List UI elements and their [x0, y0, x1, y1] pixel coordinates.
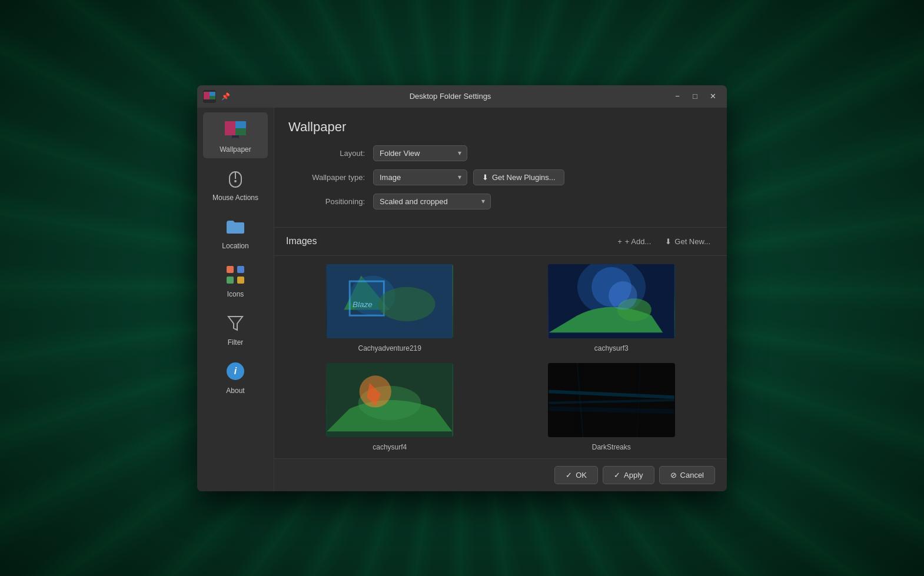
icons-grid-icon: [224, 263, 247, 287]
svg-point-13: [234, 180, 237, 182]
window-controls: − □ ✕: [669, 90, 721, 103]
get-new-button[interactable]: ⬇ Get New...: [660, 235, 715, 248]
wallpaper-type-row: Wallpaper type: Image Color Slideshow ⬇ …: [288, 169, 713, 185]
images-actions: + + Add... ⬇ Get New...: [613, 235, 715, 248]
sidebar-label-mouse-actions: Mouse Actions: [212, 194, 258, 202]
cancel-button[interactable]: ⊘ Cancel: [659, 466, 715, 484]
image-grid: Blaze Cachyadventure219: [284, 263, 717, 451]
apply-button[interactable]: ✓ Apply: [603, 466, 654, 484]
wallpaper-type-label: Wallpaper type:: [288, 173, 365, 182]
svg-rect-10: [230, 138, 241, 139]
image-thumb-cachysurf4: [325, 362, 454, 438]
content-title: Wallpaper: [288, 119, 713, 135]
image-label-cachysurf3: cachysurf3: [594, 344, 629, 352]
image-grid-wrapper: Blaze Cachyadventure219: [274, 256, 727, 458]
mouse-icon: [224, 167, 247, 190]
download-get-icon: ⬇: [665, 237, 672, 246]
add-image-button[interactable]: + + Add...: [613, 235, 656, 248]
title-bar: 📌 Desktop Folder Settings − □ ✕: [197, 85, 727, 108]
ok-check-icon: ✓: [566, 471, 572, 480]
sidebar-item-filter[interactable]: Filter: [203, 305, 268, 351]
sidebar-item-icons[interactable]: Icons: [203, 257, 268, 303]
svg-rect-16: [227, 277, 234, 284]
positioning-row: Positioning: Scaled and cropped Scaled C…: [288, 194, 713, 209]
thumb-bg-cachysurf4: [326, 363, 453, 437]
svg-point-23: [378, 287, 436, 321]
image-item-cachysurf3[interactable]: cachysurf3: [506, 263, 718, 352]
image-thumb-darkstreaks: [547, 362, 676, 438]
get-plugins-label: Get New Plugins...: [492, 173, 556, 182]
dialog-footer: ✓ OK ✓ Apply ⊘ Cancel: [274, 458, 727, 491]
layout-row: Layout: Folder View Desktop Split: [288, 145, 713, 161]
add-label: + Add...: [625, 237, 651, 246]
ok-label: OK: [576, 471, 587, 480]
main-content: Wallpaper Mouse Actions: [197, 108, 727, 491]
image-thumb-cachysurf3: [547, 263, 676, 339]
app-icon: [203, 90, 216, 103]
image-item-darkstreaks[interactable]: DarkStreaks: [506, 362, 718, 451]
cancel-label: Cancel: [680, 471, 704, 480]
svg-rect-4: [210, 96, 215, 99]
get-new-plugins-button[interactable]: ⬇ Get New Plugins...: [473, 169, 564, 185]
thumb-bg-cachysurf3: [548, 264, 675, 338]
image-label-cachyadventure219: Cachyadventure219: [358, 344, 421, 352]
wallpaper-type-select[interactable]: Image Color Slideshow: [373, 169, 467, 185]
svg-text:Blaze: Blaze: [353, 299, 373, 308]
info-icon: i: [227, 362, 244, 380]
svg-rect-3: [210, 92, 215, 96]
download-icon: ⬇: [482, 173, 488, 182]
dialog-title: Desktop Folder Settings: [231, 92, 669, 101]
sidebar-item-location[interactable]: Location: [203, 209, 268, 255]
images-section: Images + + Add... ⬇ Get New...: [274, 228, 727, 458]
ok-button[interactable]: ✓ OK: [554, 466, 598, 484]
layout-label: Layout:: [288, 149, 365, 158]
add-icon: +: [617, 237, 622, 246]
svg-rect-15: [237, 266, 244, 273]
image-item-cachyadventure219[interactable]: Blaze Cachyadventure219: [284, 263, 496, 352]
minimize-button[interactable]: −: [669, 90, 686, 103]
image-label-darkstreaks: DarkStreaks: [592, 443, 631, 451]
cancel-sym-icon: ⊘: [670, 471, 677, 480]
image-item-cachysurf4[interactable]: cachysurf4: [284, 362, 496, 451]
apply-check-icon: ✓: [614, 471, 620, 480]
svg-rect-7: [235, 121, 246, 128]
location-folder-icon: [224, 215, 247, 238]
sidebar-label-filter: Filter: [228, 338, 244, 347]
sidebar-label-wallpaper: Wallpaper: [220, 145, 251, 154]
svg-rect-6: [225, 121, 235, 135]
images-header: Images + + Add... ⬇ Get New...: [274, 228, 727, 256]
content-panel: Wallpaper Layout: Folder View Desktop Sp…: [274, 108, 727, 491]
sidebar-item-about[interactable]: i About: [203, 354, 268, 399]
svg-rect-17: [237, 277, 244, 284]
maximize-button[interactable]: □: [687, 90, 703, 103]
close-button[interactable]: ✕: [704, 90, 721, 103]
about-icon: i: [224, 359, 247, 383]
get-new-label: Get New...: [674, 237, 710, 246]
thumb-bg-darkstreaks: [548, 363, 675, 437]
image-thumb-cachyadventure219: Blaze: [325, 263, 454, 339]
positioning-select-wrapper: Scaled and cropped Scaled Centered Tiled…: [373, 194, 491, 209]
positioning-label: Positioning:: [288, 197, 365, 206]
sidebar-item-mouse-actions[interactable]: Mouse Actions: [203, 161, 268, 207]
apply-label: Apply: [624, 471, 643, 480]
layout-select-wrapper: Folder View Desktop Split: [373, 145, 467, 161]
svg-rect-2: [204, 92, 210, 99]
wallpaper-type-select-wrapper: Image Color Slideshow: [373, 169, 467, 185]
image-label-cachysurf4: cachysurf4: [373, 443, 407, 451]
sidebar-label-about: About: [226, 387, 244, 395]
sidebar-item-wallpaper[interactable]: Wallpaper: [203, 112, 268, 158]
sidebar: Wallpaper Mouse Actions: [197, 108, 274, 491]
sidebar-label-icons: Icons: [227, 290, 244, 298]
sidebar-label-location: Location: [222, 242, 248, 250]
pin-icon[interactable]: 📌: [220, 91, 231, 102]
dialog-window: 📌 Desktop Folder Settings − □ ✕: [197, 85, 727, 491]
layout-select[interactable]: Folder View Desktop Split: [373, 145, 467, 161]
wallpaper-icon: [224, 118, 247, 142]
svg-line-36: [549, 408, 674, 411]
svg-rect-14: [227, 266, 234, 273]
svg-point-29: [609, 281, 637, 309]
filter-icon: [224, 311, 247, 335]
svg-rect-9: [232, 135, 239, 138]
thumb-bg-cachyadventure219: Blaze: [326, 264, 453, 338]
positioning-select[interactable]: Scaled and cropped Scaled Centered Tiled…: [373, 194, 491, 209]
